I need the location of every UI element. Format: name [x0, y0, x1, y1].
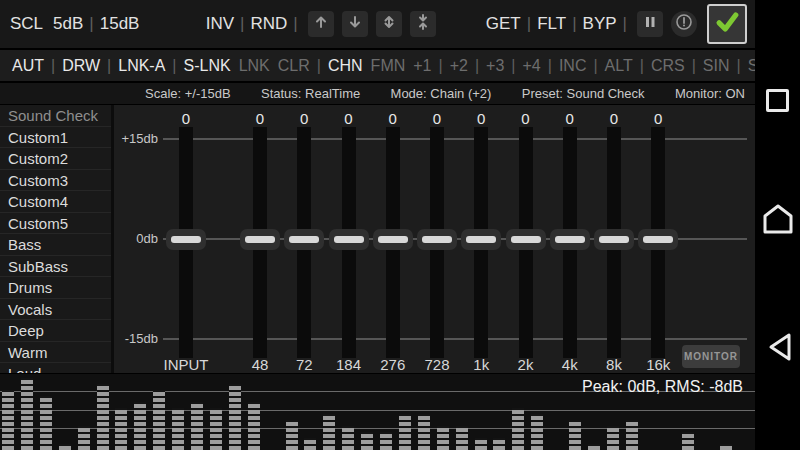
mode-item-4[interactable]: +4	[522, 57, 540, 75]
mode-item-3[interactable]: +3	[486, 57, 504, 75]
eq-slider-16k: 016k	[635, 105, 681, 373]
peak-rms-readout: Peak: 0dB, RMS: -8dB	[582, 378, 743, 396]
preset-item-custom1[interactable]: Custom1	[0, 127, 111, 149]
random-button[interactable]: RND	[251, 14, 288, 34]
preset-item-custom5[interactable]: Custom5	[0, 213, 111, 235]
mode-item-alt[interactable]: ALT	[605, 57, 633, 75]
spectrum-bar	[418, 414, 430, 450]
eq-slider-4k: 04k	[547, 105, 593, 373]
mode-item-1[interactable]: +1	[413, 57, 431, 75]
slider-value: 0	[163, 110, 209, 127]
recents-button[interactable]	[766, 89, 789, 112]
arrow-up-icon	[313, 14, 329, 35]
slider-band-label: INPUT	[157, 356, 215, 373]
pause-icon	[643, 14, 657, 34]
spectrum-bar	[399, 414, 411, 450]
invert-button[interactable]: INV	[206, 14, 234, 34]
spectrum-bar	[493, 438, 505, 450]
preset-item-deep[interactable]: Deep	[0, 320, 111, 342]
mode-item-chn[interactable]: CHN	[328, 57, 363, 75]
eq-slider-276: 0276	[370, 105, 416, 373]
back-button[interactable]	[767, 332, 793, 366]
separator: |	[104, 57, 114, 75]
slider-value: 0	[237, 110, 283, 127]
slider-thumb[interactable]	[550, 229, 590, 250]
expand-range-button[interactable]	[376, 11, 402, 37]
scale-group: SCL 5dB | 15dB	[10, 14, 139, 34]
mode-item-lnka[interactable]: LNK-A	[118, 57, 165, 75]
slider-thumb[interactable]	[594, 229, 634, 250]
slider-value: 0	[547, 110, 593, 127]
separator: |	[566, 14, 582, 34]
filter-button[interactable]: FLT	[537, 14, 566, 34]
spectrum-bar	[40, 396, 52, 450]
separator: |	[508, 57, 518, 75]
slider-thumb[interactable]	[638, 229, 678, 250]
preset-item-vocals[interactable]: Vocals	[0, 299, 111, 321]
preset-item-warm[interactable]: Warm	[0, 342, 111, 364]
spectrum-bar	[720, 444, 732, 450]
shift-down-button[interactable]	[342, 11, 368, 37]
preset-item-loud[interactable]: Loud	[0, 363, 111, 373]
mode-bar-left: AUT|DRW|LNK-A|S-LNKLNKCLR|CHNFMN+1|+2|+3…	[8, 57, 788, 75]
mode-item-drw[interactable]: DRW	[62, 57, 100, 75]
mode-item-inc[interactable]: INC	[559, 57, 587, 75]
preset-item-custom2[interactable]: Custom2	[0, 148, 111, 170]
info-button[interactable]	[671, 11, 697, 37]
mode-item-clr[interactable]: CLR	[278, 57, 310, 75]
slider-thumb[interactable]	[284, 229, 324, 250]
home-button[interactable]	[762, 203, 794, 239]
slider-thumb[interactable]	[506, 229, 546, 250]
spectrum-bar	[512, 408, 524, 450]
slider-thumb[interactable]	[240, 229, 280, 250]
eq-slider-72: 072	[281, 105, 327, 373]
spectrum-bar	[2, 390, 14, 450]
spectrum-bar	[531, 414, 543, 450]
scale-5db-button[interactable]: 5dB	[53, 14, 83, 34]
separator: |	[314, 57, 324, 75]
preset-item-soundcheck[interactable]: Sound Check	[0, 105, 111, 127]
spectrum-analyzer: Peak: 0dB, RMS: -8dB	[0, 374, 755, 450]
arrows-collapse-icon	[415, 14, 431, 35]
preset-item-custom3[interactable]: Custom3	[0, 170, 111, 192]
slider-thumb[interactable]	[461, 229, 501, 250]
scl-button[interactable]: SCL	[10, 14, 43, 34]
slider-thumb[interactable]	[329, 229, 369, 250]
spectrum-bar	[607, 426, 619, 450]
mode-item-slnk[interactable]: S-LNK	[184, 57, 231, 75]
shift-up-button[interactable]	[308, 11, 334, 37]
slider-value: 0	[503, 110, 549, 127]
eq-slider-1k: 01k	[458, 105, 504, 373]
scale-15db-button[interactable]: 15dB	[100, 14, 140, 34]
apply-button[interactable]	[707, 4, 747, 44]
mode-item-lnk[interactable]: LNK	[239, 57, 270, 75]
mode-item-aut[interactable]: AUT	[12, 57, 44, 75]
spectrum-bar	[323, 414, 335, 450]
eq-slider-area: +15db 0db -15db MONITOR 0INPUT0480720184…	[117, 105, 755, 373]
eq-slider-input: 0INPUT	[163, 105, 209, 373]
separator: |	[169, 57, 179, 75]
slider-thumb[interactable]	[417, 229, 457, 250]
preset-item-custom4[interactable]: Custom4	[0, 191, 111, 213]
get-button[interactable]: GET	[486, 14, 521, 34]
spectrum-bar	[248, 402, 260, 450]
preset-item-drums[interactable]: Drums	[0, 277, 111, 299]
scale-label-top: +15db	[117, 131, 161, 146]
slider-thumb-bar	[466, 236, 496, 243]
slider-thumb[interactable]	[373, 229, 413, 250]
preset-item-subbass[interactable]: SubBass	[0, 256, 111, 278]
monitor-button[interactable]: MONITOR	[682, 345, 740, 368]
pause-button[interactable]	[637, 11, 663, 37]
slider-thumb[interactable]	[166, 229, 206, 250]
slider-value: 0	[635, 110, 681, 127]
mode-item-sin[interactable]: SIN	[703, 57, 730, 75]
bypass-button[interactable]: BYP	[583, 14, 617, 34]
spectrum-bar	[191, 402, 203, 450]
mode-item-crs[interactable]: CRS	[651, 57, 685, 75]
mode-item-2[interactable]: +2	[450, 57, 468, 75]
compress-range-button[interactable]	[410, 11, 436, 37]
spectrum-bar	[437, 426, 449, 450]
spectrum-bar	[475, 438, 487, 450]
preset-item-bass[interactable]: Bass	[0, 234, 111, 256]
mode-item-fmn[interactable]: FMN	[371, 57, 406, 75]
